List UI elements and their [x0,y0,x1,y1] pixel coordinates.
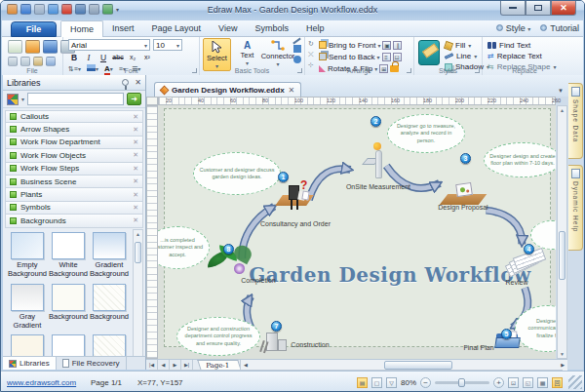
page-tab[interactable]: Page-1 [197,360,242,371]
library-item-close-icon[interactable]: ✕ [133,138,138,146]
theme-brush-icon[interactable] [418,40,440,65]
background-thumbnail[interactable]: White Background [48,232,89,282]
subscript-button[interactable]: x₂ [127,52,138,63]
library-item-close-icon[interactable]: ✕ [133,191,138,199]
library-item-work-flow-department[interactable]: Work Flow Department✕ [5,137,143,149]
copy-icon[interactable] [20,57,30,66]
library-item-close-icon[interactable]: ✕ [133,165,138,173]
undo-rotate-icon[interactable]: ↻ [308,40,314,48]
paste-icon[interactable] [33,57,43,66]
select-tool-button[interactable]: Select▾ [203,38,231,71]
send-to-back-button[interactable]: Send to Back [329,53,375,61]
callout[interactable]: Designer go to measure, analyze and reco… [387,114,465,153]
zoom-slider[interactable] [435,381,489,384]
center-icon[interactable]: ⊡ [393,53,402,61]
distribute-icon[interactable]: ∥ [393,41,402,50]
hscroll-left-icon[interactable]: ◀ [244,360,248,371]
hscroll-thumb[interactable] [384,361,452,370]
panel-scrollbar[interactable]: ▲ ▼ [133,229,143,368]
find-text-button[interactable]: Find Text [488,40,530,51]
ungroup-icon[interactable]: ⤫ [308,51,314,59]
bold-button[interactable]: B [68,52,80,63]
tab-overflow-icon[interactable]: ▼ [558,88,564,94]
background-thumbnail[interactable]: Gray Gradient [7,284,48,333]
align-icon[interactable]: ≡ [382,53,391,61]
panel-scroll-thumb[interactable] [135,242,141,263]
last-page-button[interactable]: ▶| [181,360,193,370]
font-dialog-launcher[interactable] [192,68,197,73]
next-page-button[interactable]: ▶ [170,360,181,370]
node-review-icon[interactable] [506,253,545,274]
horizontal-scrollbar[interactable]: ◀ ▶ [240,360,567,371]
arrange-dialog-launcher[interactable] [407,68,411,73]
line-shape-icon[interactable] [292,38,301,45]
hscroll-right-icon[interactable]: ▶ [561,360,565,371]
panel-tab-libraries[interactable]: Libraries [3,357,57,370]
close-button[interactable]: ✕ [551,1,576,16]
callout[interactable]: Designer design and create floor plan wi… [484,142,556,177]
group-icon[interactable]: ▣ [382,41,391,50]
ellipse-shape-icon[interactable] [293,56,301,63]
node-construction-icon[interactable] [261,330,291,351]
library-item-close-icon[interactable]: ✕ [133,113,138,121]
scroll-up-icon[interactable]: ▲ [134,231,142,237]
zoom-slider-thumb[interactable] [458,378,465,387]
presentation-view-button[interactable]: ▽ [386,377,397,388]
normal-view-button[interactable]: ▤ [357,377,368,388]
document-tab[interactable]: Garden Design Workflow.eddx ✕ [154,82,301,97]
library-picker-icon[interactable] [7,94,19,105]
library-go-button[interactable]: ➜ [127,93,141,105]
tab-symbols[interactable]: Symbols [246,20,297,37]
superscript-button[interactable]: x² [141,52,153,63]
prev-page-button[interactable]: ◀ [158,360,170,370]
vscroll-thumb[interactable] [559,231,566,280]
save-icon[interactable] [43,40,58,54]
tab-home[interactable]: Home [60,20,103,37]
font-size-select[interactable]: 10▾ [153,39,182,51]
vscroll-up-icon[interactable]: ▲ [558,107,566,113]
file-menu-button[interactable]: File [11,21,57,37]
library-item-business-scene[interactable]: Business Scene✕ [5,176,143,188]
styles-dialog-launcher[interactable] [475,68,480,73]
library-item-close-icon[interactable]: ✕ [133,126,138,134]
background-thumbnail[interactable]: Background [89,284,130,333]
connector-tool-button[interactable]: Connector▾ [261,38,294,71]
basic-tools-dialog-launcher[interactable] [297,68,302,73]
library-item-close-icon[interactable]: ✕ [133,204,138,212]
background-thumbnail[interactable]: Empty Background [7,232,48,282]
rectangle-shape-icon[interactable] [293,45,301,53]
library-item-close-icon[interactable]: ✕ [133,177,138,185]
library-item-backgrounds[interactable]: Backgrounds✕ [5,215,143,227]
new-document-icon[interactable] [8,40,22,54]
dynamic-help-tab[interactable]: Dynamic Help [568,165,583,251]
node-completion-icon[interactable] [207,245,261,274]
library-picker-dropdown[interactable]: ▾ [21,96,24,102]
library-item-arrow-shapes[interactable]: Arrow Shapes✕ [5,123,143,136]
callout[interactable]: Customer and designer discuss garden des… [193,152,281,195]
open-icon[interactable] [25,40,40,54]
bring-to-front-button[interactable]: Bring to Front [329,41,375,50]
library-item-callouts[interactable]: Callouts✕ [5,110,143,123]
zoom-area-button[interactable]: ◱ [523,377,533,388]
tab-help[interactable]: Help [297,20,333,37]
document-tab-close-icon[interactable]: ✕ [289,86,295,95]
replace-text-button[interactable]: ⇄Replace Text [488,51,542,61]
library-item-work-flow-steps[interactable]: Work Flow Steps✕ [5,163,143,176]
grid-view-button[interactable]: ▦ [537,377,548,388]
library-item-work-flow-objects[interactable]: Work Flow Objects✕ [5,149,143,162]
maximize-button[interactable] [526,1,551,16]
panel-close-icon[interactable]: ✕ [135,78,141,87]
style-button[interactable]: Style ▾ [496,23,531,33]
vertical-scrollbar[interactable]: ▲ ▼ [557,105,567,359]
page-view-button[interactable]: ▢ [371,377,382,388]
fill-button[interactable]: Fill▾ [445,40,471,51]
node-consultancy-and-order-icon[interactable]: ? [276,178,313,214]
focus-mode-button[interactable]: 回 [552,377,563,388]
cut-icon[interactable] [8,57,18,66]
tutorial-button[interactable]: Tutorial [540,23,579,33]
line-button[interactable]: Line▾ [445,51,477,61]
library-item-close-icon[interactable]: ✕ [133,151,138,159]
library-item-close-icon[interactable]: ✕ [133,216,138,224]
underline-button[interactable]: U [98,52,109,63]
zoom-out-button[interactable]: − [420,377,431,388]
